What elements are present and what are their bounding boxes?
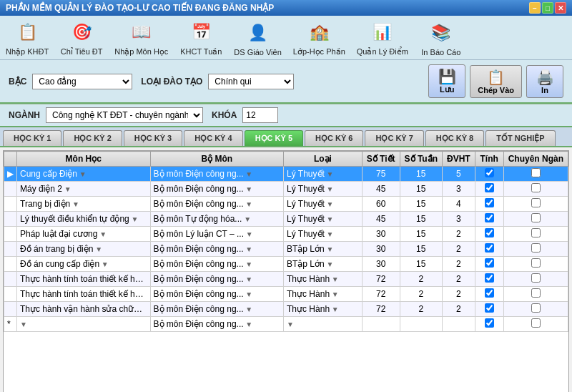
cell-loai: ▼ bbox=[284, 317, 363, 332]
minimize-button[interactable]: − bbox=[529, 2, 541, 14]
tinh-checkbox[interactable] bbox=[485, 318, 494, 328]
chuyennganh-checkbox[interactable] bbox=[531, 228, 541, 237]
cell-tinh[interactable] bbox=[475, 257, 503, 272]
cell-tinh[interactable] bbox=[475, 242, 503, 257]
maximize-button[interactable]: □ bbox=[542, 2, 553, 14]
chuyennganh-checkbox[interactable] bbox=[531, 258, 541, 268]
chuyennganh-checkbox[interactable] bbox=[531, 168, 541, 177]
tab-hk3[interactable]: HỌC KỲ 3 bbox=[124, 130, 182, 146]
chuyennganh-checkbox[interactable] bbox=[531, 288, 541, 298]
loai-select[interactable]: Chính quiTại chứcLiên thông bbox=[208, 74, 294, 89]
chuyennganh-checkbox[interactable] bbox=[531, 273, 541, 283]
tinh-checkbox[interactable] bbox=[485, 168, 494, 177]
cell-tinh[interactable] bbox=[475, 302, 503, 317]
cell-sotuan: 15 bbox=[400, 212, 442, 227]
tab-hk5[interactable]: HỌC KỲ 5 bbox=[245, 130, 303, 146]
cell-dvht: 2 bbox=[442, 287, 475, 302]
tab-hk2[interactable]: HỌC KỲ 2 bbox=[63, 130, 122, 146]
window-controls: − □ ✕ bbox=[529, 2, 566, 14]
table-row[interactable]: Thực hành tính toán thiết kế hệ thố... ▼… bbox=[4, 272, 568, 287]
toolbar-item-in-bao-cao[interactable]: 📚 In Báo Cáo bbox=[420, 19, 463, 57]
tinh-checkbox[interactable] bbox=[485, 303, 494, 313]
cell-chuyennganh[interactable] bbox=[503, 257, 568, 272]
quan-ly-diem-label: Quản Lý Điểm bbox=[357, 47, 408, 57]
bac-select[interactable]: Cao đẳngĐại họcTrung cấp bbox=[32, 74, 132, 89]
cell-chuyennganh[interactable] bbox=[503, 182, 568, 197]
toolbar-item-chi-tieu-dt[interactable]: 🎯 Chỉ Tiêu ĐT bbox=[60, 19, 103, 57]
cell-sotuan: 2 bbox=[400, 302, 442, 317]
cell-bomon: Bộ môn Điện công ng... ▼ bbox=[150, 287, 284, 302]
cell-chuyennganh[interactable] bbox=[503, 287, 568, 302]
tab-hk1[interactable]: HỌC KỲ 1 bbox=[3, 130, 61, 146]
close-button[interactable]: ✕ bbox=[555, 2, 566, 14]
cell-chuyennganh[interactable] bbox=[503, 272, 568, 287]
cell-chuyennganh[interactable] bbox=[503, 242, 568, 257]
toolbar-item-nhap-khdt[interactable]: 📋 Nhập KHĐT bbox=[6, 19, 49, 57]
cell-loai: Lý Thuyết ▼ bbox=[284, 212, 363, 227]
table-row[interactable]: Đồ án cung cấp điện ▼ Bộ môn Điện công n… bbox=[4, 257, 568, 272]
toolbar-item-lop-hoc-phan[interactable]: 🏫 Lớp-Học Phần bbox=[293, 19, 345, 57]
cell-chuyennganh[interactable] bbox=[503, 197, 568, 212]
toolbar-item-khct-tuan[interactable]: 📅 KHCT Tuần bbox=[179, 19, 222, 57]
tinh-checkbox[interactable] bbox=[485, 243, 494, 253]
chuyennganh-checkbox[interactable] bbox=[531, 243, 541, 253]
cell-chuyennganh[interactable] bbox=[503, 212, 568, 227]
cell-tinh[interactable] bbox=[475, 317, 503, 332]
tinh-checkbox[interactable] bbox=[485, 183, 494, 192]
nganh-label: NGÀNH bbox=[9, 110, 40, 120]
tinh-checkbox[interactable] bbox=[485, 273, 494, 283]
bac-label: BẬC bbox=[9, 77, 26, 87]
cell-tinh[interactable] bbox=[475, 197, 503, 212]
col-dvht-header: ĐVHT bbox=[442, 152, 475, 167]
action-btn-chep-vao[interactable]: 📋 Chép Vào bbox=[470, 65, 522, 98]
table-row[interactable]: Pháp luật đại cương ▼ Bộ môn Lý luận CT … bbox=[4, 227, 568, 242]
khct-tuan-label: KHCT Tuần bbox=[180, 47, 222, 57]
tinh-checkbox[interactable] bbox=[485, 258, 494, 268]
toolbar-item-nhap-mon-hoc[interactable]: 📖 Nhập Môn Học bbox=[114, 19, 168, 57]
cell-tinh[interactable] bbox=[475, 212, 503, 227]
khoa-input[interactable] bbox=[242, 107, 278, 123]
cell-tinh[interactable] bbox=[475, 272, 503, 287]
chuyennganh-checkbox[interactable] bbox=[531, 318, 541, 328]
cell-chuyennganh[interactable] bbox=[503, 227, 568, 242]
tinh-checkbox[interactable] bbox=[485, 198, 494, 207]
cell-chuyennganh[interactable] bbox=[503, 302, 568, 317]
tab-hk4[interactable]: HỌC KỲ 4 bbox=[184, 130, 242, 146]
cell-sotiet: 30 bbox=[362, 257, 400, 272]
chuyennganh-checkbox[interactable] bbox=[531, 303, 541, 313]
tinh-checkbox[interactable] bbox=[485, 288, 494, 298]
table-row[interactable]: Đồ án trang bị điện ▼ Bộ môn Điện công n… bbox=[4, 242, 568, 257]
row-indicator: * bbox=[4, 317, 17, 332]
tinh-checkbox[interactable] bbox=[485, 213, 494, 222]
cell-tinh[interactable] bbox=[475, 287, 503, 302]
action-btn-in[interactable]: 🖨️ In bbox=[526, 65, 563, 98]
cell-dvht: 5 bbox=[442, 167, 475, 182]
cell-chuyennganh[interactable] bbox=[503, 317, 568, 332]
row-indicator bbox=[4, 227, 17, 242]
tinh-checkbox[interactable] bbox=[485, 228, 494, 237]
toolbar-item-ds-giao-vien[interactable]: 👤 DS Giáo Viên bbox=[234, 19, 281, 57]
table-row[interactable]: Máy điện 2 ▼ Bộ môn Điện công ng... ▼ Lý… bbox=[4, 182, 568, 197]
table-row[interactable]: Thực hành vận hành sửa chữa máy ... ▼ Bộ… bbox=[4, 302, 568, 317]
nganh-select[interactable]: Công nghệ KT ĐĐT - chuyên ngành E bbox=[46, 107, 203, 123]
table-row[interactable]: * ▼ Bộ môn Điện công ng... ▼ ▼ bbox=[4, 317, 568, 332]
tab-hk8[interactable]: HỌC KỲ 8 bbox=[425, 130, 484, 146]
toolbar-item-quan-ly-diem[interactable]: 📊 Quản Lý Điểm bbox=[357, 19, 408, 57]
cell-chuyennganh[interactable] bbox=[503, 167, 568, 182]
tab-hk6[interactable]: HỌC KỲ 6 bbox=[305, 130, 363, 146]
tab-tot-nghiep[interactable]: TỐT NGHIỆP bbox=[485, 130, 555, 146]
chuyennganh-checkbox[interactable] bbox=[531, 213, 541, 222]
cell-tinh[interactable] bbox=[475, 227, 503, 242]
cell-tinh[interactable] bbox=[475, 182, 503, 197]
table-row[interactable]: Lý thuyết điều khiển tự động ▼ Bộ môn Tự… bbox=[4, 212, 568, 227]
cell-monhoc: ▼ bbox=[17, 317, 151, 332]
action-btn-luu[interactable]: 💾 Lưu bbox=[428, 64, 465, 98]
chuyennganh-checkbox[interactable] bbox=[531, 183, 541, 192]
cell-tinh[interactable] bbox=[475, 167, 503, 182]
table-row[interactable]: ▶ Cung cấp Điện ▼ Bộ môn Điện công ng...… bbox=[4, 167, 568, 182]
tab-hk7[interactable]: HỌC KỲ 7 bbox=[365, 130, 423, 146]
cell-bomon: Bộ môn Điện công ng... ▼ bbox=[150, 317, 284, 332]
table-row[interactable]: Thực hành tính toán thiết kế hệ thố... ▼… bbox=[4, 287, 568, 302]
chuyennganh-checkbox[interactable] bbox=[531, 198, 541, 207]
table-row[interactable]: Trang bị điện ▼ Bộ môn Điện công ng... ▼… bbox=[4, 197, 568, 212]
